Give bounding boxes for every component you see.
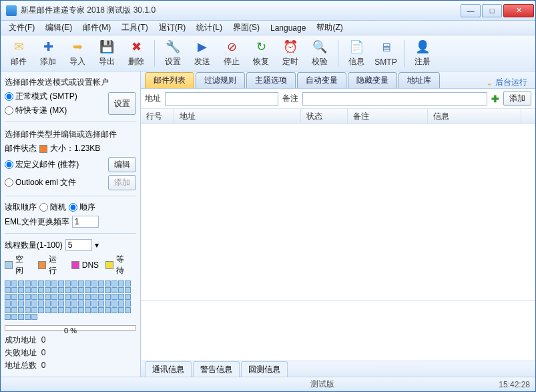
- column-header[interactable]: 信息: [428, 109, 521, 123]
- tab-4[interactable]: 隐藏变量: [348, 72, 397, 88]
- radio-type-macro[interactable]: 宏定义邮件 (推荐): [5, 159, 79, 170]
- tab-5[interactable]: 地址库: [398, 72, 440, 88]
- app-icon: [6, 5, 17, 16]
- window-title: 新星邮件速递专家 2018 测试版 30.1.0: [21, 5, 461, 16]
- tab-row: 邮件列表过滤规则主题选项自动变量隐藏变量地址库 ⌄ 后台运行: [141, 71, 535, 89]
- mail-status-icon: [39, 145, 47, 153]
- export-icon: 💾: [99, 39, 115, 55]
- type-title: 选择邮件类型并编辑或选择邮件: [5, 129, 136, 140]
- address-input[interactable]: [165, 92, 278, 106]
- resume-button[interactable]: ↻恢复: [248, 37, 274, 69]
- add-address-button[interactable]: 添加: [503, 91, 531, 106]
- delete-icon: ✖: [128, 39, 144, 55]
- menu-item[interactable]: Language: [266, 22, 310, 34]
- bottom-tab-0[interactable]: 通讯信息: [145, 361, 192, 377]
- bottom-tab-1[interactable]: 警告信息: [193, 361, 240, 377]
- menu-item[interactable]: 文件(F): [5, 21, 39, 35]
- legend-swatch: [105, 261, 113, 269]
- minimize-button[interactable]: —: [461, 4, 481, 17]
- sidebar: 选择邮件发送模式或设置帐户 正常模式 (SMTP) 特快专递 (MX) 设置 选…: [1, 71, 141, 377]
- tab-0[interactable]: 邮件列表: [145, 72, 194, 88]
- eml-freq-label: EML文件更换频率: [5, 216, 69, 228]
- mail-icon: ✉: [11, 39, 27, 55]
- statusbar: 测试版 15:42:28: [1, 377, 535, 391]
- menu-item[interactable]: 邮件(M): [79, 21, 115, 35]
- stop-button[interactable]: ⊘停止: [219, 37, 244, 69]
- import-button[interactable]: ➥导入: [65, 37, 90, 69]
- addr-label: 地址: [145, 93, 161, 104]
- chevron-down-icon: ⌄: [486, 78, 493, 87]
- tab-3[interactable]: 自动变量: [297, 72, 346, 88]
- read-order-label: 读取顺序: [5, 202, 37, 213]
- address-input-row: 地址 备注 ✚ 添加: [141, 89, 535, 109]
- stop-icon: ⊘: [224, 39, 240, 55]
- radio-order-random[interactable]: 随机: [39, 202, 66, 213]
- settings-icon: 🔧: [165, 39, 181, 55]
- resume-icon: ↻: [253, 39, 269, 55]
- add-button[interactable]: ✚添加: [35, 37, 61, 69]
- thread-grid: [5, 280, 136, 320]
- titlebar: 新星邮件速递专家 2018 测试版 30.1.0 — □ ✕: [1, 1, 535, 21]
- add-icon: ✚: [40, 39, 56, 55]
- eml-freq-input[interactable]: [72, 216, 99, 228]
- radio-type-outlook[interactable]: Outlook eml 文件: [5, 177, 76, 188]
- mail-button[interactable]: ✉邮件: [6, 37, 31, 69]
- background-run-link[interactable]: ⌄ 后台运行: [486, 77, 527, 88]
- menu-item[interactable]: 帮助(Z): [312, 21, 346, 35]
- timer-icon: ⏰: [282, 39, 298, 55]
- radio-mode-mx[interactable]: 特快专递 (MX): [5, 105, 77, 116]
- send-button[interactable]: ▶发送: [190, 37, 215, 69]
- export-button[interactable]: 💾导出: [94, 37, 119, 69]
- progress-percent: 0 %: [5, 327, 136, 335]
- register-icon: 👤: [415, 39, 431, 55]
- verify-button[interactable]: 🔍校验: [307, 37, 332, 69]
- thread-dropdown-icon[interactable]: ▾: [95, 240, 99, 250]
- tab-2[interactable]: 主题选项: [246, 72, 296, 88]
- menu-item[interactable]: 统计(L): [192, 21, 226, 35]
- tab-1[interactable]: 过滤规则: [196, 72, 245, 88]
- app-window: 新星邮件速递专家 2018 测试版 30.1.0 — □ ✕ 文件(F)编辑(E…: [0, 0, 536, 392]
- column-header[interactable]: 状态: [301, 109, 348, 123]
- close-button[interactable]: ✕: [503, 4, 534, 17]
- menu-item[interactable]: 界面(S): [229, 21, 264, 35]
- verify-icon: 🔍: [312, 39, 328, 55]
- thread-count-input[interactable]: [65, 239, 92, 251]
- mail-status-label: 邮件状态: [5, 143, 37, 154]
- menu-item[interactable]: 工具(T): [117, 21, 152, 35]
- radio-mode-smtp[interactable]: 正常模式 (SMTP): [5, 91, 77, 102]
- settings-button[interactable]: 🔧设置: [160, 37, 186, 69]
- column-header[interactable]: 行号: [141, 109, 174, 123]
- thread-legend: 空闲运行DNS等待: [5, 254, 136, 276]
- toolbar: ✉邮件✚添加➥导入💾导出✖删除🔧设置▶发送⊘停止↻恢复⏰定时🔍校验📄信息🖥SMT…: [1, 35, 535, 71]
- table-header: 行号地址状态备注信息: [141, 109, 535, 124]
- legend-swatch: [38, 261, 46, 269]
- log-area[interactable]: [141, 301, 535, 361]
- edit-button[interactable]: 编辑: [108, 157, 136, 172]
- plus-icon[interactable]: ✚: [491, 93, 499, 104]
- menu-item[interactable]: 退订(R): [155, 21, 190, 35]
- main-panel: 邮件列表过滤规则主题选项自动变量隐藏变量地址库 ⌄ 后台运行 地址 备注 ✚ 添…: [141, 71, 535, 377]
- info-button[interactable]: 📄信息: [344, 37, 369, 69]
- info-icon: 📄: [348, 39, 364, 55]
- status-center: 测试版: [146, 379, 499, 390]
- delete-button[interactable]: ✖删除: [123, 37, 149, 69]
- register-button[interactable]: 👤注册: [410, 37, 435, 69]
- thread-count-label: 线程数量(1-100): [5, 240, 63, 251]
- menu-item[interactable]: 编辑(E): [41, 21, 76, 35]
- timer-button[interactable]: ⏰定时: [278, 37, 303, 69]
- maximize-button[interactable]: □: [482, 4, 502, 17]
- radio-order-seq[interactable]: 顺序: [69, 202, 95, 213]
- column-header[interactable]: 地址: [174, 109, 301, 123]
- add-mail-button: 添加: [108, 175, 136, 190]
- settings-button[interactable]: 设置: [108, 92, 136, 115]
- remark-input[interactable]: [302, 92, 487, 106]
- bottom-tab-2[interactable]: 回测信息: [241, 361, 288, 377]
- column-header[interactable]: 备注: [348, 109, 428, 123]
- table-body[interactable]: [141, 124, 535, 301]
- smtp-button[interactable]: 🖥SMTP: [373, 37, 398, 69]
- mode-title: 选择邮件发送模式或设置帐户: [5, 77, 136, 88]
- remark-label: 备注: [282, 93, 298, 104]
- send-icon: ▶: [194, 39, 210, 55]
- import-icon: ➥: [69, 39, 85, 55]
- progress-bar: 0 %: [5, 325, 136, 331]
